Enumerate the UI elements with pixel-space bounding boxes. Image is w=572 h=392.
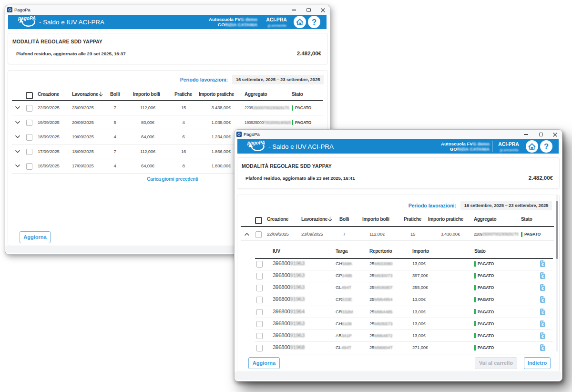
svg-text:€: € — [541, 298, 544, 303]
svg-text:€: € — [541, 333, 544, 339]
svg-text:€: € — [541, 274, 544, 279]
svg-text:?: ? — [544, 142, 549, 151]
svg-text:€: € — [541, 262, 544, 267]
svg-text:€: € — [541, 321, 544, 327]
svg-text:€: € — [541, 346, 544, 351]
svg-text:€: € — [541, 309, 544, 315]
svg-text:pagoPA: pagoPA — [247, 140, 265, 145]
svg-text:?: ? — [312, 18, 317, 26]
svg-text:€: € — [541, 286, 544, 291]
svg-text:pagoPA: pagoPA — [18, 16, 36, 21]
